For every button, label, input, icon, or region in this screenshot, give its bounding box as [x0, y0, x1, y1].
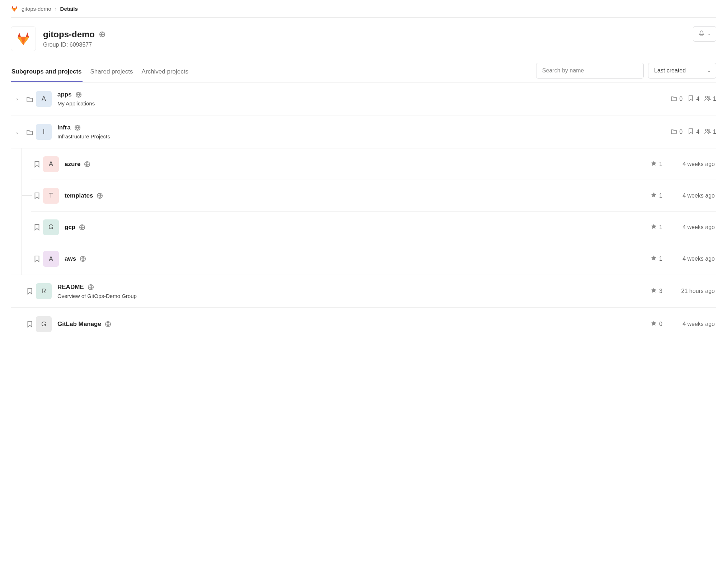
project-row-azure[interactable]: A azure 1 4 weeks ago	[31, 148, 716, 180]
group-avatar	[11, 26, 36, 51]
project-row-gitlab-manage[interactable]: › G GitLab Manage 0 4 weeks ago	[11, 308, 716, 341]
breadcrumb: gitops-demo › Details	[11, 0, 716, 18]
item-name[interactable]: apps	[57, 91, 72, 98]
bookmark-icon	[688, 128, 694, 136]
globe-icon	[99, 31, 105, 38]
members-count: 1	[713, 129, 716, 135]
tab-subgroups[interactable]: Subgroups and projects	[11, 63, 83, 82]
sort-select[interactable]: Last created ⌄	[648, 63, 716, 79]
item-name[interactable]: templates	[65, 192, 93, 199]
item-name[interactable]: infra	[57, 124, 71, 131]
stars-count: 1	[659, 256, 662, 262]
globe-icon	[84, 161, 90, 167]
item-name[interactable]: gcp	[65, 224, 75, 231]
globe-icon	[75, 91, 82, 98]
breadcrumb-current: Details	[60, 6, 78, 12]
projects-count: 4	[696, 129, 699, 135]
item-name[interactable]: aws	[65, 255, 76, 262]
star-icon	[651, 255, 657, 263]
timestamp: 4 weeks ago	[662, 161, 716, 167]
globe-icon	[97, 193, 103, 199]
item-description: Infrastructure Projects	[57, 133, 671, 139]
avatar: A	[43, 251, 59, 267]
subgroups-count: 0	[679, 129, 683, 135]
infra-children: A azure 1 4 weeks ago T templates	[11, 148, 716, 275]
stars-count: 3	[659, 288, 662, 294]
users-icon	[704, 95, 711, 103]
subgroups-count: 0	[679, 96, 683, 102]
folder-icon	[671, 128, 677, 136]
members-count: 1	[713, 96, 716, 102]
bookmark-icon	[24, 288, 36, 295]
bookmark-icon	[24, 321, 36, 328]
star-icon	[651, 223, 657, 231]
stars-count: 1	[659, 161, 662, 167]
item-description: My Applications	[57, 100, 671, 106]
globe-icon	[74, 124, 81, 131]
timestamp: 21 hours ago	[662, 288, 716, 294]
group-row-apps[interactable]: › A apps My Applications 0 4 1	[11, 82, 716, 115]
avatar: G	[36, 316, 52, 332]
group-row-infra[interactable]: ⌄ I infra Infrastructure Projects 0 4 1	[11, 115, 716, 148]
sort-selected: Last created	[654, 67, 686, 74]
tab-archived[interactable]: Archived projects	[141, 63, 189, 82]
bookmark-icon	[31, 192, 43, 199]
gitlab-logo-icon	[11, 5, 18, 12]
project-row-templates[interactable]: T templates 1 4 weeks ago	[31, 180, 716, 212]
project-row-readme[interactable]: › R README Overview of GitOps-Demo Group…	[11, 275, 716, 308]
chevron-right-icon: ›	[55, 6, 57, 12]
timestamp: 4 weeks ago	[662, 193, 716, 199]
avatar: R	[36, 283, 52, 299]
breadcrumb-parent[interactable]: gitops-demo	[22, 6, 51, 12]
collapse-toggle[interactable]: ⌄	[11, 129, 24, 135]
tabs-row: Subgroups and projects Shared projects A…	[11, 63, 716, 82]
project-row-gcp[interactable]: G gcp 1 4 weeks ago	[31, 212, 716, 243]
item-description: Overview of GitOps-Demo Group	[57, 293, 651, 299]
bell-icon	[698, 30, 705, 38]
folder-icon	[24, 95, 36, 103]
notifications-button[interactable]: ⌄	[693, 26, 716, 42]
bookmark-icon	[31, 161, 43, 168]
groups-projects-list: › A apps My Applications 0 4 1 ⌄ I	[11, 82, 716, 341]
timestamp: 4 weeks ago	[662, 224, 716, 231]
star-icon	[651, 192, 657, 200]
folder-icon	[671, 95, 677, 103]
folder-icon	[24, 128, 36, 136]
globe-icon	[80, 256, 86, 262]
bookmark-icon	[31, 255, 43, 262]
item-stats: 0 4 1	[671, 95, 716, 103]
group-id: Group ID: 6098577	[43, 42, 105, 48]
project-row-aws[interactable]: A aws 1 4 weeks ago	[31, 243, 716, 275]
chevron-down-icon: ⌄	[708, 32, 711, 36]
globe-icon	[79, 224, 85, 231]
stars-count: 1	[659, 193, 662, 199]
star-icon	[651, 320, 657, 328]
stars-count: 1	[659, 224, 662, 231]
projects-count: 4	[696, 96, 699, 102]
avatar: A	[43, 156, 59, 172]
star-icon	[651, 160, 657, 168]
timestamp: 4 weeks ago	[662, 256, 716, 262]
stars-count: 0	[659, 321, 662, 327]
item-name[interactable]: azure	[65, 161, 80, 168]
globe-icon	[88, 284, 94, 290]
globe-icon	[105, 321, 111, 327]
search-input[interactable]	[536, 63, 644, 79]
avatar: T	[43, 188, 59, 204]
expand-toggle[interactable]: ›	[11, 96, 24, 102]
star-icon	[651, 287, 657, 295]
chevron-down-icon: ⌄	[707, 68, 711, 73]
item-stats: 0 4 1	[671, 128, 716, 136]
tabs: Subgroups and projects Shared projects A…	[11, 63, 189, 82]
item-name[interactable]: README	[57, 284, 84, 291]
users-icon	[704, 128, 711, 136]
avatar: I	[36, 124, 52, 140]
timestamp: 4 weeks ago	[662, 321, 716, 327]
bookmark-icon	[31, 224, 43, 231]
group-title: gitops-demo	[43, 29, 95, 39]
avatar: A	[36, 91, 52, 107]
tab-shared[interactable]: Shared projects	[90, 63, 134, 82]
item-name[interactable]: GitLab Manage	[57, 321, 101, 328]
group-header: gitops-demo Group ID: 6098577 ⌄	[11, 18, 716, 55]
avatar: G	[43, 219, 59, 235]
